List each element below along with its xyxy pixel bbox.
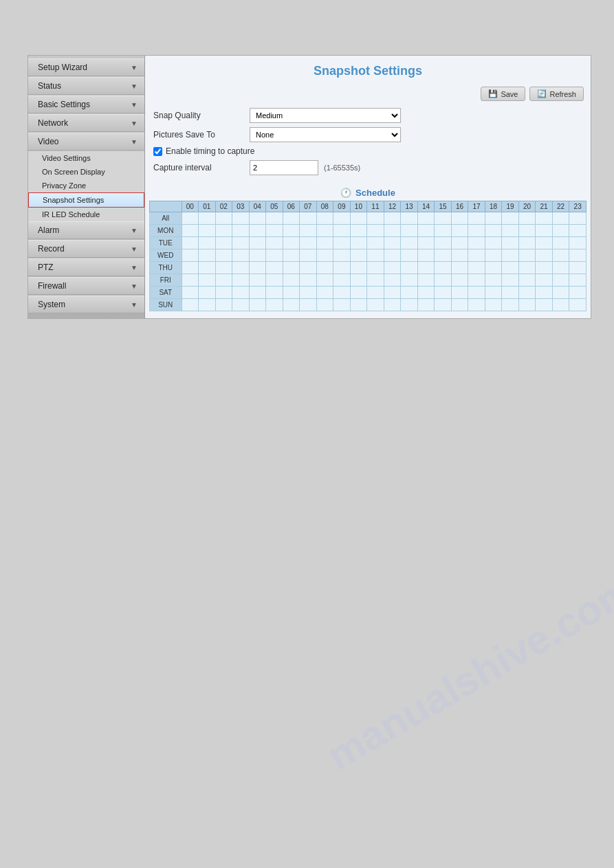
- schedule-cell[interactable]: [536, 287, 553, 299]
- schedule-cell[interactable]: [485, 212, 502, 225]
- schedule-cell[interactable]: [316, 237, 333, 249]
- schedule-cell[interactable]: [350, 299, 367, 311]
- schedule-cell[interactable]: [518, 249, 536, 262]
- schedule-cell[interactable]: [435, 212, 452, 225]
- schedule-cell[interactable]: [569, 212, 586, 225]
- sidebar-item-record[interactable]: Record ▼: [28, 240, 144, 258]
- schedule-cell[interactable]: [199, 274, 216, 287]
- schedule-cell[interactable]: [451, 274, 468, 287]
- schedule-cell[interactable]: [367, 287, 384, 299]
- schedule-cell[interactable]: [451, 299, 468, 311]
- schedule-cell[interactable]: [384, 299, 401, 311]
- schedule-cell[interactable]: [333, 287, 351, 299]
- schedule-cell[interactable]: [232, 249, 250, 262]
- schedule-cell[interactable]: [468, 225, 485, 237]
- sidebar-item-ir-led-schedule[interactable]: IR LED Schedule: [28, 208, 144, 221]
- schedule-cell[interactable]: [435, 237, 452, 249]
- schedule-cell[interactable]: [182, 212, 199, 225]
- schedule-cell[interactable]: [300, 262, 317, 274]
- schedule-cell[interactable]: [401, 274, 418, 287]
- schedule-cell[interactable]: [182, 262, 199, 274]
- schedule-cell[interactable]: [333, 225, 351, 237]
- schedule-cell[interactable]: [367, 249, 384, 262]
- schedule-cell[interactable]: [552, 262, 569, 274]
- schedule-cell[interactable]: [536, 212, 553, 225]
- pictures-save-to-select[interactable]: None SD Card FTP: [250, 127, 401, 142]
- schedule-cell[interactable]: [283, 274, 300, 287]
- sidebar-item-status[interactable]: Status ▼: [28, 77, 144, 95]
- schedule-cell[interactable]: [401, 212, 418, 225]
- schedule-cell[interactable]: [569, 237, 586, 249]
- schedule-cell[interactable]: [232, 212, 250, 225]
- schedule-cell[interactable]: [182, 237, 199, 249]
- schedule-cell[interactable]: [215, 287, 232, 299]
- schedule-cell[interactable]: [283, 212, 300, 225]
- schedule-cell[interactable]: [435, 299, 452, 311]
- refresh-button[interactable]: 🔄 Refresh: [529, 87, 584, 101]
- schedule-cell[interactable]: [451, 262, 468, 274]
- schedule-cell[interactable]: [502, 262, 519, 274]
- schedule-cell[interactable]: [199, 287, 216, 299]
- schedule-cell[interactable]: [232, 225, 250, 237]
- schedule-cell[interactable]: [384, 262, 401, 274]
- schedule-cell[interactable]: [485, 225, 502, 237]
- schedule-cell[interactable]: [266, 262, 283, 274]
- schedule-cell[interactable]: [468, 274, 485, 287]
- schedule-cell[interactable]: [417, 212, 435, 225]
- schedule-cell[interactable]: [569, 249, 586, 262]
- schedule-cell[interactable]: [502, 225, 519, 237]
- schedule-cell[interactable]: [333, 299, 351, 311]
- schedule-cell[interactable]: [502, 274, 519, 287]
- schedule-cell[interactable]: [266, 274, 283, 287]
- schedule-cell[interactable]: [435, 249, 452, 262]
- sidebar-item-snapshot-settings[interactable]: Snapshot Settings: [28, 192, 144, 208]
- schedule-cell[interactable]: [249, 212, 266, 225]
- schedule-cell[interactable]: [485, 262, 502, 274]
- schedule-cell[interactable]: [266, 299, 283, 311]
- schedule-cell[interactable]: [333, 274, 351, 287]
- schedule-cell[interactable]: [266, 225, 283, 237]
- schedule-cell[interactable]: [333, 249, 351, 262]
- schedule-cell[interactable]: [215, 274, 232, 287]
- schedule-cell[interactable]: [536, 299, 553, 311]
- schedule-cell[interactable]: [249, 299, 266, 311]
- schedule-cell[interactable]: [451, 225, 468, 237]
- schedule-cell[interactable]: [182, 287, 199, 299]
- schedule-cell[interactable]: [536, 249, 553, 262]
- schedule-cell[interactable]: [367, 274, 384, 287]
- schedule-cell[interactable]: [266, 237, 283, 249]
- schedule-cell[interactable]: [232, 237, 250, 249]
- schedule-cell[interactable]: [536, 262, 553, 274]
- schedule-cell[interactable]: [182, 299, 199, 311]
- schedule-cell[interactable]: [283, 299, 300, 311]
- schedule-cell[interactable]: [283, 249, 300, 262]
- schedule-cell[interactable]: [552, 225, 569, 237]
- schedule-cell[interactable]: [518, 225, 536, 237]
- schedule-cell[interactable]: [417, 262, 435, 274]
- schedule-cell[interactable]: [417, 274, 435, 287]
- schedule-cell[interactable]: [199, 249, 216, 262]
- schedule-cell[interactable]: [367, 225, 384, 237]
- schedule-cell[interactable]: [435, 287, 452, 299]
- schedule-cell[interactable]: [199, 225, 216, 237]
- schedule-cell[interactable]: [199, 237, 216, 249]
- schedule-cell[interactable]: [502, 249, 519, 262]
- schedule-cell[interactable]: [552, 287, 569, 299]
- schedule-cell[interactable]: [435, 262, 452, 274]
- schedule-cell[interactable]: [367, 262, 384, 274]
- schedule-cell[interactable]: [451, 287, 468, 299]
- sidebar-item-ptz[interactable]: PTZ ▼: [28, 258, 144, 276]
- schedule-cell[interactable]: [468, 299, 485, 311]
- schedule-cell[interactable]: [417, 299, 435, 311]
- schedule-cell[interactable]: [384, 212, 401, 225]
- schedule-cell[interactable]: [215, 299, 232, 311]
- schedule-cell[interactable]: [384, 274, 401, 287]
- schedule-cell[interactable]: [316, 262, 333, 274]
- schedule-cell[interactable]: [249, 274, 266, 287]
- schedule-cell[interactable]: [468, 287, 485, 299]
- schedule-cell[interactable]: [569, 287, 586, 299]
- schedule-cell[interactable]: [502, 237, 519, 249]
- schedule-cell[interactable]: [485, 287, 502, 299]
- schedule-cell[interactable]: [215, 249, 232, 262]
- schedule-cell[interactable]: [384, 249, 401, 262]
